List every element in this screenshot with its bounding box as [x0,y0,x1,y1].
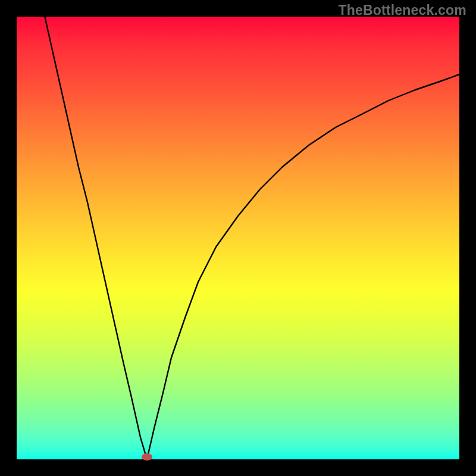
minimum-marker [142,453,152,461]
curve-right-branch-line [147,74,459,459]
watermark-text: TheBottleneck.com [338,2,466,18]
chart-container: TheBottleneck.com [0,0,476,476]
curve-right-branch [147,74,459,459]
chart-svg [17,17,459,459]
curve-left-branch [43,8,147,459]
plot-area [17,17,459,459]
